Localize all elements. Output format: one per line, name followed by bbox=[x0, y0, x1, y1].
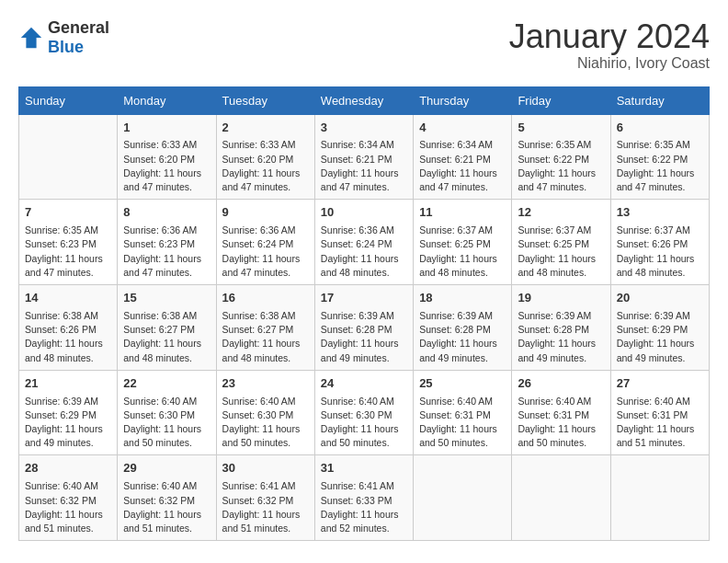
cell-info: Sunrise: 6:40 AM Sunset: 6:31 PM Dayligh… bbox=[419, 395, 506, 451]
calendar-cell: 8Sunrise: 6:36 AM Sunset: 6:23 PM Daylig… bbox=[118, 200, 216, 285]
calendar-table: SundayMondayTuesdayWednesdayThursdayFrid… bbox=[18, 86, 710, 542]
calendar-cell: 30Sunrise: 6:41 AM Sunset: 6:32 PM Dayli… bbox=[216, 455, 314, 541]
calendar-cell: 17Sunrise: 6:39 AM Sunset: 6:28 PM Dayli… bbox=[314, 285, 413, 371]
weekday-header-cell: Wednesday bbox=[314, 86, 413, 114]
title-block: January 2024 Niahirio, Ivory Coast bbox=[509, 18, 710, 72]
cell-info: Sunrise: 6:39 AM Sunset: 6:28 PM Dayligh… bbox=[419, 309, 506, 365]
cell-info: Sunrise: 6:39 AM Sunset: 6:29 PM Dayligh… bbox=[25, 395, 111, 451]
cell-info: Sunrise: 6:35 AM Sunset: 6:22 PM Dayligh… bbox=[617, 138, 703, 194]
day-number: 5 bbox=[518, 120, 604, 137]
calendar-cell: 28Sunrise: 6:40 AM Sunset: 6:32 PM Dayli… bbox=[19, 455, 118, 541]
day-number: 3 bbox=[321, 120, 407, 137]
day-number: 19 bbox=[518, 290, 604, 307]
logo-icon bbox=[18, 25, 44, 51]
day-number: 18 bbox=[419, 290, 506, 307]
cell-info: Sunrise: 6:40 AM Sunset: 6:31 PM Dayligh… bbox=[617, 395, 703, 451]
cell-info: Sunrise: 6:40 AM Sunset: 6:32 PM Dayligh… bbox=[123, 479, 210, 535]
day-number: 7 bbox=[25, 204, 111, 222]
calendar-cell: 18Sunrise: 6:39 AM Sunset: 6:28 PM Dayli… bbox=[414, 285, 512, 371]
calendar-cell: 6Sunrise: 6:35 AM Sunset: 6:22 PM Daylig… bbox=[610, 114, 709, 200]
cell-info: Sunrise: 6:38 AM Sunset: 6:26 PM Dayligh… bbox=[25, 309, 111, 365]
day-number: 22 bbox=[123, 375, 210, 393]
page-header: General Blue January 2024 Niahirio, Ivor… bbox=[18, 18, 710, 72]
calendar-cell: 19Sunrise: 6:39 AM Sunset: 6:28 PM Dayli… bbox=[512, 285, 610, 371]
cell-info: Sunrise: 6:39 AM Sunset: 6:29 PM Dayligh… bbox=[617, 309, 703, 365]
day-number: 13 bbox=[617, 204, 703, 222]
calendar-cell: 5Sunrise: 6:35 AM Sunset: 6:22 PM Daylig… bbox=[512, 114, 610, 200]
day-number: 12 bbox=[518, 204, 604, 222]
calendar-cell: 29Sunrise: 6:40 AM Sunset: 6:32 PM Dayli… bbox=[118, 455, 216, 541]
cell-info: Sunrise: 6:35 AM Sunset: 6:23 PM Dayligh… bbox=[25, 224, 111, 280]
cell-info: Sunrise: 6:38 AM Sunset: 6:27 PM Dayligh… bbox=[123, 309, 210, 365]
calendar-cell: 2Sunrise: 6:33 AM Sunset: 6:20 PM Daylig… bbox=[216, 114, 314, 200]
cell-info: Sunrise: 6:40 AM Sunset: 6:31 PM Dayligh… bbox=[518, 395, 604, 451]
calendar-cell: 4Sunrise: 6:34 AM Sunset: 6:21 PM Daylig… bbox=[414, 114, 512, 200]
logo-general-text: General bbox=[48, 18, 109, 37]
cell-info: Sunrise: 6:37 AM Sunset: 6:25 PM Dayligh… bbox=[518, 224, 604, 280]
calendar-cell: 22Sunrise: 6:40 AM Sunset: 6:30 PM Dayli… bbox=[118, 370, 216, 455]
cell-info: Sunrise: 6:36 AM Sunset: 6:23 PM Dayligh… bbox=[123, 224, 210, 280]
day-number: 16 bbox=[222, 290, 309, 307]
calendar-cell: 10Sunrise: 6:36 AM Sunset: 6:24 PM Dayli… bbox=[314, 200, 413, 285]
weekday-header-cell: Friday bbox=[512, 86, 610, 114]
calendar-cell: 31Sunrise: 6:41 AM Sunset: 6:33 PM Dayli… bbox=[314, 455, 413, 541]
day-number: 25 bbox=[419, 375, 506, 393]
calendar-cell: 14Sunrise: 6:38 AM Sunset: 6:26 PM Dayli… bbox=[19, 285, 118, 371]
cell-info: Sunrise: 6:34 AM Sunset: 6:21 PM Dayligh… bbox=[321, 138, 407, 194]
calendar-week-row: 7Sunrise: 6:35 AM Sunset: 6:23 PM Daylig… bbox=[19, 200, 710, 285]
calendar-cell: 26Sunrise: 6:40 AM Sunset: 6:31 PM Dayli… bbox=[512, 370, 610, 455]
calendar-cell: 21Sunrise: 6:39 AM Sunset: 6:29 PM Dayli… bbox=[19, 370, 118, 455]
day-number: 1 bbox=[123, 120, 210, 137]
calendar-week-row: 28Sunrise: 6:40 AM Sunset: 6:32 PM Dayli… bbox=[19, 455, 710, 541]
calendar-cell bbox=[512, 455, 610, 541]
cell-info: Sunrise: 6:33 AM Sunset: 6:20 PM Dayligh… bbox=[123, 138, 210, 194]
calendar-cell bbox=[414, 455, 512, 541]
calendar-cell: 1Sunrise: 6:33 AM Sunset: 6:20 PM Daylig… bbox=[118, 114, 216, 200]
calendar-cell: 23Sunrise: 6:40 AM Sunset: 6:30 PM Dayli… bbox=[216, 370, 314, 455]
day-number: 17 bbox=[321, 290, 407, 307]
day-number: 26 bbox=[518, 375, 604, 393]
day-number: 21 bbox=[25, 375, 111, 393]
cell-info: Sunrise: 6:37 AM Sunset: 6:26 PM Dayligh… bbox=[617, 224, 703, 280]
svg-marker-0 bbox=[21, 28, 41, 48]
weekday-header-cell: Saturday bbox=[610, 86, 709, 114]
calendar-cell: 16Sunrise: 6:38 AM Sunset: 6:27 PM Dayli… bbox=[216, 285, 314, 371]
day-number: 30 bbox=[222, 460, 309, 477]
day-number: 20 bbox=[617, 290, 703, 307]
day-number: 24 bbox=[321, 375, 407, 393]
day-number: 27 bbox=[617, 375, 703, 393]
calendar-cell: 9Sunrise: 6:36 AM Sunset: 6:24 PM Daylig… bbox=[216, 200, 314, 285]
day-number: 10 bbox=[321, 204, 407, 222]
cell-info: Sunrise: 6:39 AM Sunset: 6:28 PM Dayligh… bbox=[321, 309, 407, 365]
calendar-week-row: 14Sunrise: 6:38 AM Sunset: 6:26 PM Dayli… bbox=[19, 285, 710, 371]
calendar-cell: 27Sunrise: 6:40 AM Sunset: 6:31 PM Dayli… bbox=[610, 370, 709, 455]
cell-info: Sunrise: 6:38 AM Sunset: 6:27 PM Dayligh… bbox=[222, 309, 309, 365]
day-number: 31 bbox=[321, 460, 407, 477]
day-number: 14 bbox=[25, 290, 111, 307]
cell-info: Sunrise: 6:40 AM Sunset: 6:32 PM Dayligh… bbox=[25, 479, 111, 535]
day-number: 28 bbox=[25, 460, 111, 477]
cell-info: Sunrise: 6:40 AM Sunset: 6:30 PM Dayligh… bbox=[222, 395, 309, 451]
logo-blue-text: Blue bbox=[48, 38, 84, 56]
day-number: 2 bbox=[222, 120, 309, 137]
logo: General Blue bbox=[18, 18, 109, 57]
weekday-header-cell: Sunday bbox=[19, 86, 118, 114]
cell-info: Sunrise: 6:33 AM Sunset: 6:20 PM Dayligh… bbox=[222, 138, 309, 194]
day-number: 29 bbox=[123, 460, 210, 477]
calendar-cell: 3Sunrise: 6:34 AM Sunset: 6:21 PM Daylig… bbox=[314, 114, 413, 200]
cell-info: Sunrise: 6:39 AM Sunset: 6:28 PM Dayligh… bbox=[518, 309, 604, 365]
cell-info: Sunrise: 6:36 AM Sunset: 6:24 PM Dayligh… bbox=[321, 224, 407, 280]
weekday-header-cell: Tuesday bbox=[216, 86, 314, 114]
cell-info: Sunrise: 6:41 AM Sunset: 6:32 PM Dayligh… bbox=[222, 479, 309, 535]
weekday-header-cell: Thursday bbox=[414, 86, 512, 114]
day-number: 11 bbox=[419, 204, 506, 222]
calendar-cell: 13Sunrise: 6:37 AM Sunset: 6:26 PM Dayli… bbox=[610, 200, 709, 285]
calendar-cell: 24Sunrise: 6:40 AM Sunset: 6:30 PM Dayli… bbox=[314, 370, 413, 455]
calendar-cell: 11Sunrise: 6:37 AM Sunset: 6:25 PM Dayli… bbox=[414, 200, 512, 285]
cell-info: Sunrise: 6:34 AM Sunset: 6:21 PM Dayligh… bbox=[419, 138, 506, 194]
weekday-header-row: SundayMondayTuesdayWednesdayThursdayFrid… bbox=[19, 86, 710, 114]
day-number: 6 bbox=[617, 120, 703, 137]
cell-info: Sunrise: 6:36 AM Sunset: 6:24 PM Dayligh… bbox=[222, 224, 309, 280]
weekday-header-cell: Monday bbox=[118, 86, 216, 114]
day-number: 15 bbox=[123, 290, 210, 307]
